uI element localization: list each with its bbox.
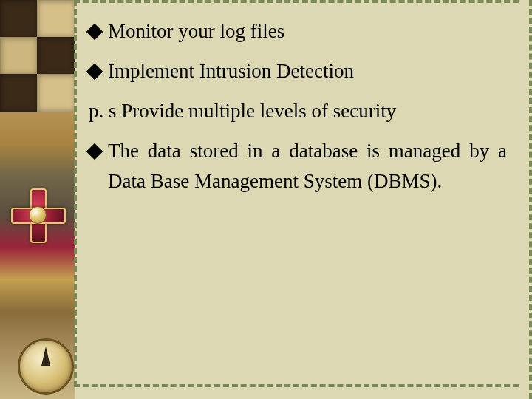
list-item: The data stored in a database is managed… bbox=[89, 136, 507, 198]
list-item: p. s Provide multiple levels of security bbox=[89, 96, 507, 127]
bullet-list: Monitor your log files Implement Intrusi… bbox=[89, 16, 507, 197]
medal-icon bbox=[7, 170, 66, 259]
list-item: Implement Intrusion Detection bbox=[89, 56, 507, 87]
slide: Monitor your log files Implement Intrusi… bbox=[0, 0, 532, 399]
checker-tile bbox=[37, 37, 75, 75]
bullet-text: Implement Intrusion Detection bbox=[108, 56, 507, 87]
bullet-text: p. s Provide multiple levels of security bbox=[89, 96, 507, 127]
checker-tile bbox=[37, 74, 75, 112]
content-box: Monitor your log files Implement Intrusi… bbox=[74, 0, 519, 387]
ps-prefix: p. s bbox=[89, 100, 121, 122]
bullet-text: The data stored in a database is managed… bbox=[108, 136, 507, 198]
compass-icon bbox=[18, 338, 74, 395]
checker-tile bbox=[0, 0, 38, 38]
checker-tile bbox=[0, 37, 38, 75]
decorative-sidebar bbox=[0, 0, 75, 399]
list-item: Monitor your log files bbox=[89, 16, 507, 47]
diamond-bullet-icon bbox=[86, 24, 103, 41]
diamond-bullet-icon bbox=[86, 143, 103, 160]
bullet-text-inner: Provide multiple levels of security bbox=[121, 100, 396, 122]
bullet-text: Monitor your log files bbox=[108, 16, 507, 47]
checker-tile bbox=[0, 74, 38, 112]
checker-tile bbox=[37, 0, 75, 38]
diamond-bullet-icon bbox=[86, 64, 103, 81]
right-border bbox=[529, 0, 532, 399]
